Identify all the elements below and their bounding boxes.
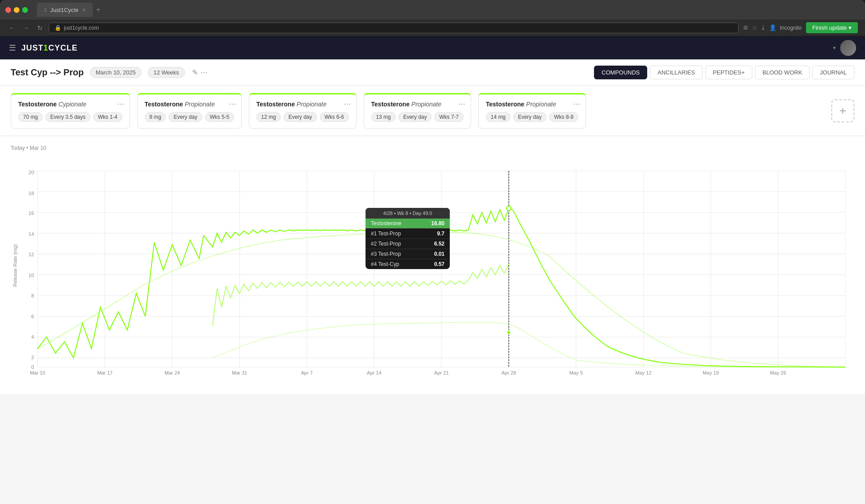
svg-text:Mar 17: Mar 17 [97, 370, 113, 375]
compound-weeks-3: Wks 7-7 [434, 112, 464, 122]
cycle-date-badge[interactable]: March 10, 2025 [90, 67, 142, 78]
cycle-weeks-badge[interactable]: 12 Weeks [148, 67, 185, 78]
tooltip-row-0: Testosterone 16.80 [366, 219, 450, 229]
page-content: Test Cyp --> Prop March 10, 2025 12 Week… [0, 59, 865, 504]
user-avatar[interactable] [840, 40, 856, 56]
compound-card-2-menu[interactable]: ⋯ [344, 100, 351, 108]
svg-text:12: 12 [28, 252, 34, 257]
address-bar[interactable]: 🔒 just1cycle.com [49, 23, 739, 33]
svg-text:Release Rate (mg): Release Rate (mg) [12, 244, 18, 287]
compound-weeks-1: Wks 5-5 [205, 112, 234, 122]
traffic-lights [5, 7, 28, 13]
compound-card-3: ⋯ Testosterone Propionate 13 mg Every da… [364, 93, 472, 129]
compound-dose-2: 12 mg [256, 112, 281, 122]
cycle-meta-actions: ✎ ⋯ [192, 68, 208, 77]
compound-card-1-menu[interactable]: ⋯ [229, 100, 236, 108]
svg-text:2: 2 [31, 355, 34, 360]
forward-button[interactable]: → [21, 23, 31, 32]
minimize-button[interactable] [14, 7, 20, 13]
bookmark-icon[interactable]: ☆ [752, 24, 757, 31]
tab-ancillaries[interactable]: ANCILLARIES [650, 66, 703, 79]
chart-tooltip: 4/28 • Wk 8 • Day 49.0 Testosterone 16.8… [366, 208, 450, 269]
more-options-icon[interactable]: ⋯ [201, 68, 208, 77]
compound-card-4-menu[interactable]: ⋯ [573, 100, 580, 108]
svg-text:20: 20 [28, 170, 34, 175]
incognito-label: Incognito [780, 25, 802, 31]
new-tab-button[interactable]: + [96, 6, 100, 14]
tab-close-icon[interactable]: ✕ [82, 8, 86, 12]
tooltip-label-3: #3 Test-Prop [371, 251, 401, 257]
compound-card-4-tags: 14 mg Every day Wks 8-8 [486, 112, 578, 122]
compound-card-3-menu[interactable]: ⋯ [458, 100, 465, 108]
compound-card-1-title: Testosterone Propionate [145, 101, 234, 108]
compound-freq-2: Every day [283, 112, 317, 122]
compound-card-0: ⋯ Testosterone Cypionate 70 mg Every 3.5… [11, 93, 130, 129]
tooltip-row-1: #1 Test-Prop 9.7 [366, 229, 450, 239]
edit-icon[interactable]: ✎ [192, 68, 198, 77]
tab-bar: 1 Just1Cycle ✕ + [37, 3, 860, 17]
compound-card-3-tags: 13 mg Every day Wks 7-7 [371, 112, 464, 122]
maximize-button[interactable] [22, 7, 28, 13]
compound-dose-1: 8 mg [145, 112, 166, 122]
browser-titlebar: 1 Just1Cycle ✕ + [0, 0, 865, 20]
compound-card-4: ⋯ Testosterone Propionate 14 mg Every da… [478, 93, 586, 129]
tooltip-value-2: 6.52 [434, 241, 444, 247]
finish-update-button[interactable]: Finish update ▾ [806, 22, 858, 33]
download-icon[interactable]: ⤓ [761, 24, 766, 31]
compound-card-1: ⋯ Testosterone Propionate 8 mg Every day… [137, 93, 242, 129]
tooltip-value-3: 0.01 [434, 251, 444, 257]
svg-text:10: 10 [28, 273, 34, 278]
tab-blood-work[interactable]: BLOOD WORK [755, 66, 810, 79]
header-chevron-icon: ▾ [833, 45, 836, 51]
back-button[interactable]: ← [7, 23, 17, 32]
compound-card-1-tags: 8 mg Every day Wks 5-5 [145, 112, 234, 122]
browser-actions: ⚙ ☆ ⤓ 👤 Incognito [743, 24, 802, 31]
tooltip-value-4: 0.57 [434, 261, 444, 267]
compounds-grid: ⋯ Testosterone Cypionate 70 mg Every 3.5… [11, 93, 854, 129]
chart-area: Today • Mar 10 .grid-line { stroke: #e8e… [0, 136, 865, 394]
tooltip-row-4: #4 Test-Cyp 0.57 [366, 259, 450, 269]
svg-text:18: 18 [28, 190, 34, 195]
tab-compounds[interactable]: COMPOUNDS [594, 66, 647, 79]
tooltip-label-4: #4 Test-Cyp [371, 261, 399, 267]
compound-weeks-0: Wks 1-4 [93, 112, 122, 122]
compound-card-0-menu[interactable]: ⋯ [117, 100, 124, 108]
app-logo: JUST1CYCLE [21, 43, 78, 53]
compound-dose-3: 13 mg [371, 112, 396, 122]
browser-toolbar: ← → ↻ 🔒 just1cycle.com ⚙ ☆ ⤓ 👤 Incognito… [0, 20, 865, 36]
finish-update-label: Finish update [812, 24, 847, 31]
tab-title: Just1Cycle [50, 7, 79, 13]
svg-text:8: 8 [31, 293, 34, 298]
profile-icon[interactable]: 👤 [769, 24, 776, 31]
svg-text:6: 6 [31, 314, 34, 319]
compound-weeks-2: Wks 6-6 [320, 112, 349, 122]
extensions-icon[interactable]: ⚙ [743, 24, 748, 31]
add-compound-button[interactable]: + [831, 99, 854, 122]
svg-text:14: 14 [28, 231, 34, 237]
compound-weeks-4: Wks 8-8 [549, 112, 578, 122]
svg-text:Apr 7: Apr 7 [301, 370, 313, 375]
svg-text:16: 16 [28, 211, 34, 216]
svg-text:May 19: May 19 [703, 370, 719, 375]
tooltip-label-0: Testosterone [371, 220, 401, 227]
url-text: just1cycle.com [64, 25, 99, 31]
chart-today-label: Today • Mar 10 [11, 145, 854, 151]
chart-wrapper[interactable]: .grid-line { stroke: #e8e8e8; stroke-wid… [11, 155, 854, 376]
svg-text:Apr 21: Apr 21 [434, 370, 449, 375]
compound-freq-1: Every day [169, 112, 202, 122]
reload-button[interactable]: ↻ [35, 23, 44, 32]
header-right: ▾ [833, 40, 856, 56]
compound-dose-4: 14 mg [486, 112, 510, 122]
tooltip-value-1: 9.7 [437, 231, 444, 237]
compound-dose-0: 70 mg [18, 112, 43, 122]
tab-journal[interactable]: JOURNAL [812, 66, 854, 79]
close-button[interactable] [5, 7, 11, 13]
cycle-nav-tabs: COMPOUNDS ANCILLARIES PEPTIDES+ BLOOD WO… [594, 66, 854, 79]
compound-card-2-title: Testosterone Propionate [256, 101, 349, 108]
menu-icon[interactable]: ☰ [9, 43, 16, 53]
compound-card-0-tags: 70 mg Every 3.5 days Wks 1-4 [18, 112, 122, 122]
tab-peptides[interactable]: PEPTIDES+ [705, 66, 752, 79]
cycle-title: Test Cyp --> Prop [11, 67, 84, 78]
browser-window: 1 Just1Cycle ✕ + ← → ↻ 🔒 just1cycle.com … [0, 0, 865, 504]
browser-tab[interactable]: 1 Just1Cycle ✕ [37, 3, 93, 17]
